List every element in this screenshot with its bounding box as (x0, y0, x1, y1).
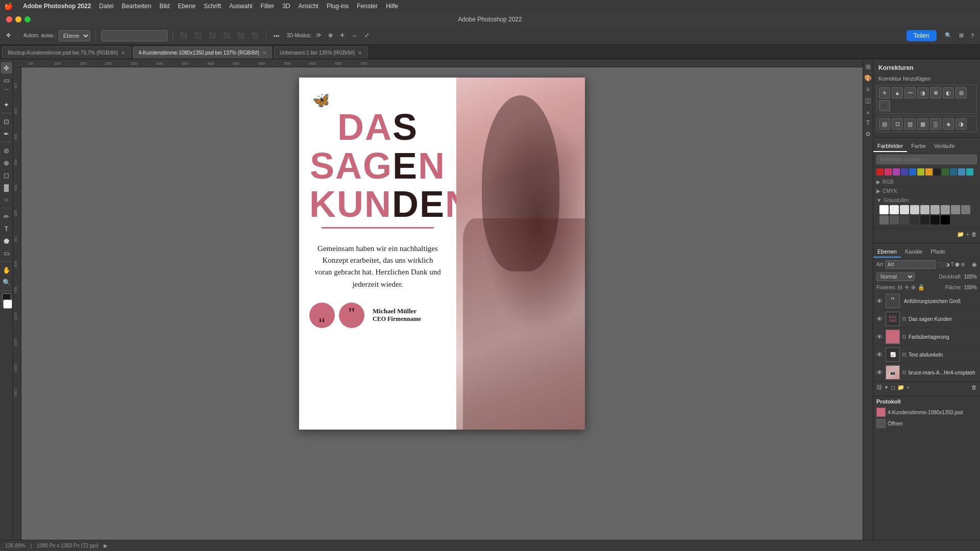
dodge-tool[interactable]: ○ (1, 194, 12, 205)
new-folder-icon[interactable]: 📁 (957, 231, 964, 238)
gradient-tool[interactable]: ▓ (1, 182, 12, 193)
transformationsstrg-input[interactable] (101, 30, 167, 41)
swatch-blue[interactable] (909, 168, 916, 176)
menu-bild[interactable]: Bild (159, 3, 169, 10)
tab-kanale[interactable]: Kanäle (901, 246, 926, 258)
brush-tool[interactable]: ⊘ (1, 145, 12, 156)
menu-3d[interactable]: 3D (282, 3, 290, 10)
menu-ansicht[interactable]: Ansicht (299, 3, 318, 10)
gs-50[interactable] (941, 205, 950, 214)
flaeche-value[interactable]: 100% (964, 285, 977, 290)
gs-black[interactable] (941, 215, 950, 224)
korr-icon-curves[interactable]: 〜 (904, 87, 916, 98)
panel-toggle-ebenen[interactable]: ≡ (866, 86, 870, 93)
status-info-icon[interactable]: ▶ (104, 543, 108, 548)
korr-icon-channel[interactable]: ▤ (879, 118, 890, 130)
korr-icon-selective[interactable]: ◈ (943, 118, 954, 130)
teilen-button[interactable]: Teilen (906, 30, 937, 41)
tab-farbe[interactable]: Farbe (907, 141, 930, 152)
farbfelder-search[interactable] (876, 155, 977, 164)
lasso-tool[interactable]: ⌒ (1, 87, 12, 98)
swatch-dark-green[interactable] (942, 168, 949, 176)
eye-icon-1[interactable]: 👁 (876, 315, 884, 323)
delete-layer-icon[interactable]: 🗑 (971, 384, 977, 391)
korr-icon-levels[interactable]: ▲ (892, 87, 903, 98)
gs-15[interactable] (910, 215, 919, 224)
gs-45[interactable] (951, 205, 960, 214)
3d-rotate-btn[interactable]: ⟳ (314, 31, 323, 40)
panel-toggle-pfade[interactable]: ⟁ (866, 108, 870, 115)
align-left-btn[interactable]: ⬛ (178, 31, 189, 40)
background-color[interactable] (3, 299, 12, 309)
layer-farbuberlagerung[interactable]: 👁 ⛓ Farbüberlagerung (873, 328, 980, 346)
help-btn[interactable]: ? (969, 32, 976, 40)
3d-orbit-btn[interactable]: ⊕ (326, 31, 335, 40)
gs-25[interactable] (890, 215, 899, 224)
korr-icon-vibrance[interactable]: ❋ (930, 87, 941, 98)
filter-adjustment-icon[interactable]: ◑ (945, 262, 950, 267)
korr-icon-posterize[interactable]: ▥ (904, 118, 916, 130)
korr-icon-colorbalance[interactable]: ⊞ (955, 87, 967, 98)
eye-icon-3[interactable]: 👁 (876, 351, 884, 359)
tab-pfade[interactable]: Pfade (926, 246, 949, 258)
selection-tool[interactable]: ▭ (1, 74, 12, 86)
menu-fenster[interactable]: Fenster (357, 3, 378, 10)
pen-tool[interactable]: ✏ (1, 211, 12, 222)
menu-bearbeiten[interactable]: Bearbeiten (121, 3, 151, 10)
clone-tool[interactable]: ⊕ (1, 157, 12, 168)
gs-10[interactable] (920, 215, 929, 224)
align-top-btn[interactable]: ⬛ (221, 31, 232, 40)
layer-text-abdunkeln[interactable]: 👁 📈 ⛓ Text abdunkeln (873, 346, 980, 364)
graustufen-group-name[interactable]: ▼ Graustufen (876, 197, 977, 203)
fix-art-icon[interactable]: ⊕ (911, 284, 916, 291)
canvas-container[interactable]: 🦋 DAS SAGEN (21, 67, 863, 540)
filter-toggle-icon[interactable]: ◉ (972, 261, 977, 268)
filter-shape-icon[interactable]: ⬟ (955, 262, 960, 267)
layer-anfuehrungszeichen[interactable]: 👁 " Anführungszeichen Groß (873, 292, 980, 310)
filter-smart-icon[interactable]: ⚙ (961, 262, 965, 267)
eraser-tool[interactable]: ◻ (1, 169, 12, 181)
window-close-btn[interactable] (6, 16, 12, 22)
swatch-pink[interactable] (885, 168, 892, 176)
swatch-black[interactable] (934, 168, 941, 176)
swatch-purple[interactable] (893, 168, 900, 176)
new-layer-icon[interactable]: + (906, 384, 910, 391)
layer-type-filter[interactable] (885, 260, 936, 269)
gs-95[interactable] (890, 205, 899, 214)
gs-60[interactable] (930, 205, 940, 214)
app-name[interactable]: Adobe Photoshop 2022 (23, 3, 91, 10)
gs-white[interactable] (879, 205, 889, 214)
tab-2[interactable]: Unbenannt-1 bei 135% (RGB/8#) ✕ (274, 46, 368, 59)
swatch-cyan[interactable] (966, 168, 973, 176)
korr-icon-black-white[interactable]: ◑ (955, 118, 967, 130)
link-layers-icon[interactable]: ⛓ (876, 384, 882, 391)
panel-toggle-kanale[interactable]: ◫ (865, 97, 871, 104)
panel-toggle-korrekturen[interactable]: ⊞ (866, 63, 871, 70)
move-tool-btn[interactable]: ✥ (4, 31, 13, 40)
gs-30[interactable] (879, 215, 889, 224)
panel-toggle-farbfelder[interactable]: 🎨 (864, 74, 872, 82)
filter-text-icon[interactable]: T (951, 262, 954, 267)
korr-icon-exposure[interactable]: ◑ (917, 87, 928, 98)
3d-pan-btn[interactable]: ✛ (338, 31, 347, 40)
layer-das-sagen[interactable]: 👁 DASSAG ⛓ Das sagen Kunden (873, 310, 980, 328)
crop-tool[interactable]: ⊡ (1, 116, 12, 127)
menu-schrift[interactable]: Schrift (204, 3, 221, 10)
apple-logo-icon[interactable]: 🍎 (4, 2, 13, 10)
eye-icon-4[interactable]: 👁 (876, 369, 884, 377)
protokoll-item-1[interactable]: Öffnen (876, 418, 977, 429)
korr-icon-invert[interactable]: ⊡ (892, 118, 903, 130)
tab-ebenen[interactable]: Ebenen (873, 246, 901, 258)
new-group-icon[interactable]: 📁 (897, 384, 904, 391)
swatch-teal[interactable] (950, 168, 957, 176)
menu-filter[interactable]: Filter (261, 3, 275, 10)
swatch-red-dark[interactable] (876, 168, 884, 176)
add-effect-icon[interactable]: ✦ (884, 384, 889, 391)
tab-verlaeufe[interactable]: Verläufe (930, 141, 959, 152)
tab-0-close[interactable]: ✕ (121, 50, 125, 56)
tab-farbfelder[interactable]: Farbfelder (873, 141, 907, 152)
shape-tool[interactable]: ▭ (1, 247, 12, 259)
gs-90[interactable] (900, 205, 909, 214)
add-mask-icon[interactable]: ◻ (891, 384, 895, 391)
gs-70[interactable] (920, 205, 929, 214)
